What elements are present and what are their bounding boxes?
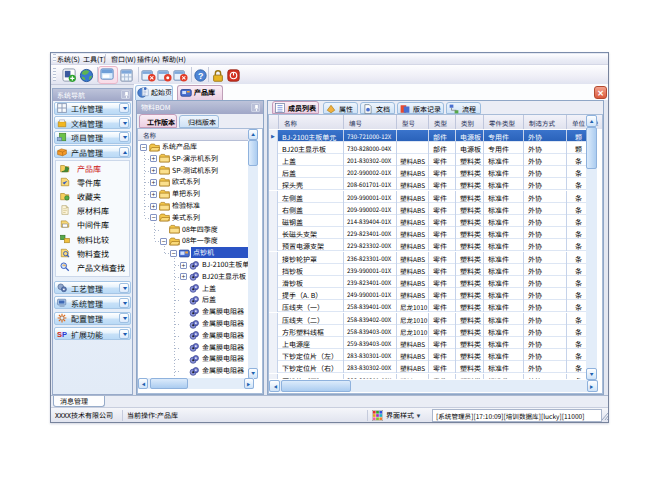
svg-text:?: ? (198, 71, 203, 81)
svg-text:S: S (57, 330, 62, 339)
svg-text:P: P (62, 330, 67, 339)
